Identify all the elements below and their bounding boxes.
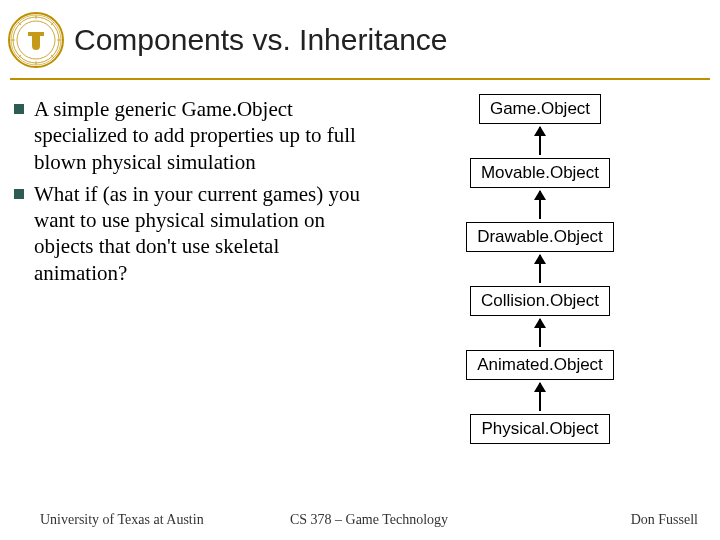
arrow-up-icon — [450, 124, 630, 158]
inheritance-diagram: Game.Object Movable.Object Drawable.Obje… — [372, 90, 708, 480]
bullet-list: A simple generic Game.Object specialized… — [12, 90, 372, 480]
ut-seal-icon — [8, 12, 64, 68]
slide-body: A simple generic Game.Object specialized… — [0, 80, 720, 480]
bullet-icon — [14, 189, 24, 199]
list-item: A simple generic Game.Object specialized… — [12, 96, 372, 175]
arrow-up-icon — [450, 316, 630, 350]
list-item: What if (as in your current games) you w… — [12, 181, 372, 286]
slide-title: Components vs. Inheritance — [74, 23, 448, 57]
footer-right: Don Fussell — [479, 512, 698, 528]
class-node: Animated.Object — [466, 350, 614, 380]
class-node: Physical.Object — [470, 414, 609, 444]
class-chain: Game.Object Movable.Object Drawable.Obje… — [450, 94, 630, 444]
class-node: Movable.Object — [470, 158, 610, 188]
footer-left: University of Texas at Austin — [40, 512, 259, 528]
slide-footer: University of Texas at Austin CS 378 – G… — [0, 512, 720, 528]
arrow-up-icon — [450, 380, 630, 414]
class-node: Game.Object — [479, 94, 601, 124]
bullet-icon — [14, 104, 24, 114]
class-node: Drawable.Object — [466, 222, 614, 252]
footer-center: CS 378 – Game Technology — [259, 512, 478, 528]
slide-header: Components vs. Inheritance — [0, 0, 720, 68]
arrow-up-icon — [450, 188, 630, 222]
arrow-up-icon — [450, 252, 630, 286]
bullet-text: A simple generic Game.Object specialized… — [34, 96, 372, 175]
bullet-text: What if (as in your current games) you w… — [34, 181, 372, 286]
class-node: Collision.Object — [470, 286, 610, 316]
